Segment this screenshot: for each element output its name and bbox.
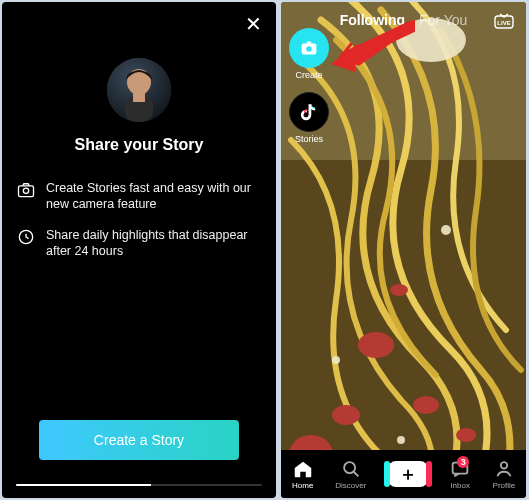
svg-point-5	[23, 188, 28, 193]
stories-label: Stories	[295, 134, 323, 144]
close-icon[interactable]: ✕	[245, 12, 262, 36]
svg-point-18	[397, 436, 405, 444]
avatar	[107, 58, 171, 122]
svg-point-17	[332, 356, 340, 364]
tab-for-you[interactable]: For You	[419, 12, 467, 28]
post-button[interactable]: ＋	[388, 461, 428, 487]
page-title: Share your Story	[75, 136, 204, 154]
story-onboarding-screen: ✕ Share your Story	[2, 2, 276, 498]
nav-post[interactable]: ＋	[388, 461, 428, 487]
feature-list: Create Stories fast and easy with our ne…	[2, 180, 276, 273]
camera-icon	[16, 180, 36, 200]
feature-item: Share daily highlights that disappear af…	[16, 227, 262, 260]
home-icon	[292, 458, 314, 480]
svg-rect-3	[133, 92, 145, 102]
svg-point-14	[390, 284, 408, 296]
svg-point-9	[358, 332, 394, 358]
tiktok-feed-screen: Following For You LIVE Create	[281, 2, 526, 498]
tab-following[interactable]: Following	[340, 12, 405, 28]
svg-point-10	[332, 405, 360, 425]
nav-label: Profile	[493, 481, 516, 490]
svg-point-11	[413, 396, 439, 414]
feature-item: Create Stories fast and easy with our ne…	[16, 180, 262, 213]
svg-point-23	[344, 462, 355, 473]
svg-text:LIVE: LIVE	[497, 20, 510, 26]
bottom-nav: Home Discover ＋ 3 Inbox Profile	[281, 450, 526, 498]
story-progress-bar	[16, 484, 262, 486]
nav-inbox[interactable]: 3 Inbox	[449, 458, 471, 490]
create-button[interactable]	[289, 28, 329, 68]
create-story-button[interactable]: Create a Story	[39, 420, 239, 460]
nav-label: Home	[292, 481, 313, 490]
feature-item-text: Create Stories fast and easy with our ne…	[46, 180, 262, 213]
feed-tabs: Following For You	[281, 12, 526, 28]
feature-item-text: Share daily highlights that disappear af…	[46, 227, 262, 260]
nav-home[interactable]: Home	[292, 458, 314, 490]
side-action-stack: Create Stories	[289, 28, 329, 144]
nav-label: Discover	[335, 481, 366, 490]
svg-point-25	[501, 462, 507, 468]
stories-button[interactable]	[289, 92, 329, 132]
plus-icon: ＋	[399, 462, 417, 486]
search-icon	[340, 458, 362, 480]
nav-discover[interactable]: Discover	[335, 458, 366, 490]
svg-point-13	[456, 428, 476, 442]
create-label: Create	[295, 70, 322, 80]
clock-icon	[16, 227, 36, 247]
nav-profile[interactable]: Profile	[493, 458, 516, 490]
svg-point-16	[441, 225, 451, 235]
profile-icon	[493, 458, 515, 480]
svg-rect-4	[19, 186, 34, 197]
svg-point-22	[306, 46, 312, 52]
live-icon[interactable]: LIVE	[492, 12, 516, 30]
nav-label: Inbox	[450, 481, 470, 490]
